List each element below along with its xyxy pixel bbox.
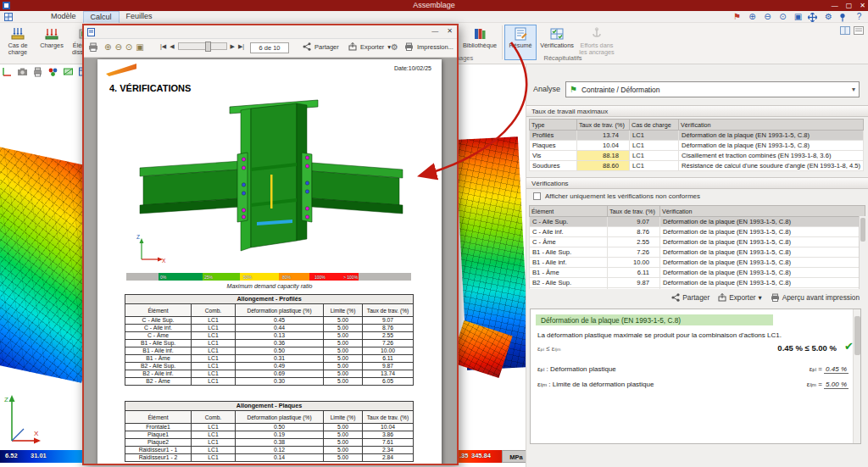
zoom-out-icon[interactable]: ⊖ <box>762 12 773 22</box>
table-row: B1 - Aile Sup.LC10.365.007.26 <box>125 340 414 347</box>
ribbon-right-icons <box>840 26 864 35</box>
column-header[interactable]: Cas de charge <box>630 120 679 131</box>
notes-panel-icon[interactable] <box>854 26 864 35</box>
preview-close-button[interactable]: ✕ <box>447 27 453 35</box>
chevron-down-icon: ▾ <box>852 86 855 93</box>
zoom-out-icon[interactable]: ⊖ <box>114 42 121 53</box>
first-page-button[interactable]: |◀ <box>160 43 166 50</box>
share-button[interactable]: Partager <box>671 293 709 302</box>
preview-minimize-button[interactable]: — <box>431 27 438 35</box>
z-axis-label: Z <box>136 234 140 240</box>
detail-formula: εₚₗ ≤ εₗᵢₘ <box>537 345 561 353</box>
table-row: B1 - Aile inf.LC10.505.0010.00 <box>125 347 414 355</box>
previous-page-button[interactable]: ◀ <box>170 43 174 50</box>
zoom-in-icon[interactable]: ⊕ <box>747 12 758 22</box>
column-header[interactable]: Taux de trav. (%) <box>577 120 630 131</box>
library-icon <box>472 26 487 42</box>
zoom-window-icon[interactable]: ⊙ <box>777 12 788 22</box>
table-header-row: Élément Comb. Déformation plastique (%) … <box>125 411 414 424</box>
table-row[interactable]: C - Aile inf. 8.76 Déformation de la pla… <box>530 227 865 237</box>
z-axis-label: Z <box>4 396 8 403</box>
resume-icon <box>513 26 528 42</box>
palette-icon[interactable] <box>47 66 58 78</box>
print-button[interactable] <box>88 42 98 52</box>
help-icon[interactable]: ? <box>854 12 865 22</box>
profiles-elongation-table: Allongement - Profilés Élément Comb. Déf… <box>125 294 414 386</box>
scrollbar[interactable] <box>859 216 865 289</box>
table-row[interactable]: B1 - Âme 6.11 Déformation de la plaque (… <box>530 268 865 278</box>
close-button[interactable]: ✕ <box>860 2 865 9</box>
tab-feuilles[interactable]: Feuilles <box>120 11 159 23</box>
flag-icon[interactable]: ⚑ <box>732 12 743 22</box>
ribbon-button-load-cases[interactable]: Cas de charge <box>2 25 34 60</box>
table-row[interactable]: C - Âme 2.55 Déformation de la plaque (E… <box>530 237 865 247</box>
next-page-button[interactable]: ▶ <box>231 43 235 50</box>
settings-gear-icon[interactable]: ⚙ <box>823 12 834 22</box>
table-row[interactable]: B1 - Aile inf. 10.00 Déformation de la p… <box>530 258 865 268</box>
scrollbar[interactable] <box>853 309 860 443</box>
axes-tool-icon[interactable] <box>2 66 13 78</box>
table-row[interactable]: Soudures 88.60 LC1 Résistance de calcul … <box>530 161 864 171</box>
filter-checkbox[interactable] <box>533 192 541 200</box>
column-header[interactable]: Vérification <box>660 206 865 217</box>
detail-value-number[interactable]: 5.00 % <box>824 381 849 389</box>
minimize-button[interactable]: — <box>832 2 838 9</box>
table-row[interactable]: Vis 88.18 LC1 Cisaillement et traction c… <box>530 151 864 161</box>
window-layout-icon[interactable] <box>840 26 850 35</box>
table-header-row: Type Taux de trav. (%) Cas de charge Vér… <box>530 120 864 131</box>
column-header[interactable]: Vérification <box>679 120 864 131</box>
table-row: B2 - Aile inf.LC10.695.0013.74 <box>125 370 414 378</box>
column-header[interactable]: Taux de trav. (%) <box>608 206 660 217</box>
tab-modele[interactable]: Modèle <box>44 11 83 23</box>
app-menu-icon[interactable] <box>4 13 13 21</box>
print-preview-button[interactable]: Aperçu avant impression <box>771 293 860 302</box>
export-button[interactable]: Exporter ▾ <box>718 293 762 302</box>
zoom-tools: ⊕ ⊖ ⊙ ▣ <box>104 42 144 53</box>
report-page: Date:10/02/25 4. VÉRIFICATIONS <box>97 59 442 464</box>
page-slider-thumb[interactable] <box>205 42 211 52</box>
zoom-actual-icon[interactable]: ⊙ <box>125 42 132 53</box>
tab-calcul[interactable]: Calcul <box>83 11 120 23</box>
zoom-page-icon[interactable]: ▣ <box>136 42 143 53</box>
zoom-in-icon[interactable]: ⊕ <box>104 42 111 53</box>
maximize-button[interactable]: ▢ <box>846 2 853 9</box>
table-row[interactable]: B1 - Aile Sup. 7.26 Déformation de la pl… <box>530 247 865 258</box>
analysis-value: Contrainte / Déformation <box>581 86 852 94</box>
analysis-dropdown[interactable]: ⚑ Contrainte / Déformation ▾ <box>565 81 860 97</box>
legend-value: .35 <box>459 452 468 459</box>
section-header-max[interactable]: Taux de travail maximaux <box>526 105 868 117</box>
table-row[interactable]: B2 - Aile Sup. 9.87 Déformation de la pl… <box>530 278 865 288</box>
zoom-extents-icon[interactable]: ▣ <box>793 12 804 22</box>
pin-icon[interactable] <box>838 13 849 22</box>
table-row: B2 - ÂmeLC10.305.006.05 <box>125 378 414 386</box>
preview-print-button[interactable]: Impression... <box>404 42 453 51</box>
pan-icon[interactable] <box>808 13 819 22</box>
printer-icon[interactable] <box>32 66 43 78</box>
section-plane-icon[interactable] <box>63 66 74 78</box>
section-header-verifications[interactable]: Vérifications <box>526 177 868 189</box>
analysis-label: Analyse <box>533 85 560 93</box>
colorbar-caption: Maximum demand capacity ratio <box>97 283 442 289</box>
legend-value: 6.52 <box>5 452 18 459</box>
preview-export-button[interactable]: Exporter ▾ <box>348 42 391 51</box>
table-row[interactable]: Profilés 13.74 LC1 Déformation de la pla… <box>530 131 864 141</box>
page-slider[interactable] <box>178 42 227 50</box>
table-row[interactable]: Plaques 10.04 LC1 Déformation de la plaq… <box>530 141 864 151</box>
ribbon-button-charges[interactable]: Charges <box>36 25 68 60</box>
preview-settings-button[interactable]: ⚙ <box>391 42 398 53</box>
detail-value-number[interactable]: 0.45 % <box>824 365 849 374</box>
table-row[interactable]: B2 - Aile inf. 13.74 Déformation de la p… <box>530 288 865 290</box>
cell: B2 - Aile inf. <box>530 288 608 290</box>
preview-share-button[interactable]: Partager <box>303 42 339 51</box>
connection-3d-image: Z X <box>130 97 409 266</box>
table-row[interactable]: C - Aile Sup. 9.07 Déformation de la pla… <box>530 217 865 227</box>
camera-icon[interactable] <box>17 66 28 78</box>
x-axis-label: X <box>34 430 39 437</box>
column-header[interactable]: Élément <box>530 206 608 217</box>
gear-icon: ⚙ <box>391 42 398 53</box>
cell: Résistance de calcul d'une soudure d'ang… <box>679 161 864 171</box>
column-header[interactable]: Type <box>530 120 577 131</box>
last-page-button[interactable]: ▶| <box>238 43 244 50</box>
preview-document-area[interactable]: Date:10/02/25 4. VÉRIFICATIONS <box>84 58 457 464</box>
cell: 10.00 <box>608 258 660 268</box>
